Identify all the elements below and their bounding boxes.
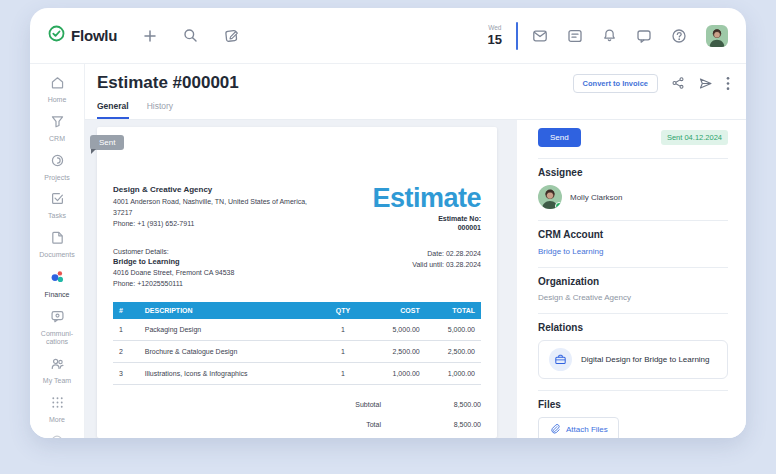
status-tag: Sent [90, 135, 124, 150]
doc-valid-until: Valid until: 03.28.2024 [412, 259, 481, 270]
assignee-heading: Assignee [538, 167, 728, 178]
flowlu-logo-icon [48, 25, 65, 46]
product-icon[interactable] [50, 434, 64, 439]
finance-icon [49, 269, 65, 289]
divider [538, 267, 728, 268]
customer-name: Bridge to Learning [113, 257, 234, 266]
line-items-table: # DESCRIPTION QTY COST TOTAL 1 Packaging… [113, 302, 481, 385]
tag-fold [91, 149, 96, 154]
search-icon[interactable] [183, 28, 198, 43]
col-qty: QTY [315, 302, 370, 319]
company-address-2: 37217 [113, 208, 341, 219]
customer-details: Customer Details: Bridge to Learning 401… [113, 248, 234, 290]
topbar: Flowlu Wed 15 [30, 8, 746, 64]
grid-dots-icon [50, 395, 65, 414]
totals-block: Subtotal 8,500.00 Total 8,500.00 [113, 401, 481, 428]
send-button[interactable]: Send [538, 128, 581, 147]
subtotal-value: 8,500.00 [381, 401, 481, 408]
sidebar-item-my-team[interactable]: My Team [30, 356, 84, 386]
sidebar-item-home[interactable]: Home [30, 75, 84, 105]
add-button[interactable] [143, 29, 157, 43]
header-actions: Convert to Invoice [573, 74, 730, 93]
total-label: Total [366, 421, 381, 428]
sidebar-bottom [50, 434, 64, 439]
col-description: DESCRIPTION [139, 302, 316, 319]
col-num: # [113, 302, 139, 319]
kebab-menu-icon[interactable] [726, 76, 730, 91]
notes-icon[interactable] [567, 28, 583, 44]
share-icon[interactable] [671, 76, 685, 90]
tab-general[interactable]: General [97, 101, 129, 119]
customer-phone: Phone: +12025550111 [113, 279, 234, 290]
crm-account-link[interactable]: Bridge to Learning [538, 247, 728, 256]
company-name: Design & Creative Agency [113, 185, 341, 194]
tab-bar: General History [97, 101, 730, 119]
company-details: Design & Creative Agency 4001 Anderson R… [113, 185, 341, 231]
communications-icon [50, 309, 65, 328]
doc-no: 000001 [372, 224, 481, 231]
relation-title: Digital Design for Bridge to Learning [581, 355, 710, 364]
relations-heading: Relations [538, 322, 728, 333]
send-plane-icon[interactable] [698, 76, 713, 91]
tab-history[interactable]: History [147, 101, 173, 119]
app-body: Home CRM Projects Tasks Documents Financ… [30, 64, 746, 438]
divider [538, 158, 728, 159]
details-panel: Send Sent 04.12.2024 Assignee + Molly Cl… [517, 120, 746, 438]
attach-files-button[interactable]: Attach Files [538, 417, 619, 438]
relation-item[interactable]: Digital Design for Bridge to Learning [538, 340, 728, 379]
content-area: Sent Design & Creative Agency 4001 Ander… [85, 119, 746, 438]
organization-heading: Organization [538, 276, 728, 287]
assignee-row[interactable]: + Molly Clarkson [538, 185, 728, 209]
date-weekday: Wed [488, 25, 502, 32]
customer-address: 4016 Doane Street, Fremont CA 94538 [113, 268, 234, 279]
sidebar-item-tasks[interactable]: Tasks [30, 191, 84, 221]
crm-account-heading: CRM Account [538, 229, 728, 240]
projects-icon [50, 153, 65, 172]
divider [538, 390, 728, 391]
assignee-avatar: + [538, 185, 562, 209]
divider [538, 313, 728, 314]
sidebar-item-more[interactable]: More [30, 395, 84, 425]
funnel-icon [50, 114, 65, 133]
app-window: Flowlu Wed 15 [30, 8, 746, 438]
customer-label: Customer Details: [113, 248, 234, 255]
table-row: 1 Packaging Design 1 5,000.00 5,000.00 [113, 319, 481, 341]
subtotal-label: Subtotal [355, 401, 381, 408]
sidebar-item-crm[interactable]: CRM [30, 114, 84, 144]
brand-logo[interactable]: Flowlu [48, 25, 117, 46]
company-phone: Phone: +1 (931) 652-7911 [113, 219, 341, 230]
brand-name: Flowlu [71, 27, 117, 44]
main-area: Estimate #000001 Convert to Invoice [85, 64, 746, 438]
help-icon[interactable] [671, 28, 687, 44]
doc-no-label: Estimate No: [372, 215, 481, 222]
paperclip-icon [549, 423, 560, 436]
user-avatar[interactable] [706, 25, 728, 47]
doc-title-block: Estimate Estimate No: 000001 [372, 185, 481, 231]
doc-dates: Date: 02.28.2024 Valid until: 03.28.2024 [412, 248, 481, 290]
page-title: Estimate #000001 [97, 73, 239, 93]
sidebar-item-projects[interactable]: Projects [30, 153, 84, 183]
divider [538, 220, 728, 221]
sidebar-item-communications[interactable]: Communi-cations [30, 309, 84, 348]
date-divider [516, 22, 518, 50]
convert-to-invoice-button[interactable]: Convert to Invoice [573, 74, 658, 93]
team-icon [50, 356, 65, 375]
files-heading: Files [538, 399, 728, 410]
chat-icon[interactable] [636, 28, 652, 44]
company-address-1: 4001 Anderson Road, Nashville, TN, Unite… [113, 197, 341, 208]
home-icon [50, 75, 65, 94]
document-icon [50, 230, 65, 249]
page-header: Estimate #000001 Convert to Invoice [85, 64, 746, 119]
sidebar-item-documents[interactable]: Documents [30, 230, 84, 260]
status-plus-icon: + [555, 202, 562, 209]
table-header-row: # DESCRIPTION QTY COST TOTAL [113, 302, 481, 319]
mail-icon[interactable] [532, 28, 548, 44]
col-total: TOTAL [426, 302, 481, 319]
compose-icon[interactable] [224, 28, 239, 43]
attach-files-label: Attach Files [566, 425, 608, 434]
sidebar-item-finance[interactable]: Finance [30, 269, 84, 300]
bell-icon[interactable] [602, 28, 617, 43]
total-value: 8,500.00 [381, 421, 481, 428]
check-icon [50, 191, 65, 210]
calendar-date[interactable]: Wed 15 [488, 25, 502, 46]
